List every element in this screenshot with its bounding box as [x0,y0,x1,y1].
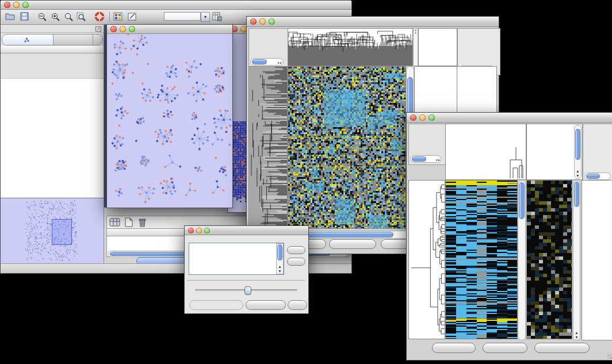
zoom-button[interactable] [204,228,210,233]
tv2-column-dendrogram[interactable] [445,124,526,180]
tv1-view-status: ◂ ▸ [248,28,290,68]
open-file-icon[interactable] [5,12,16,24]
tab-network[interactable] [2,35,53,45]
speed-slider[interactable] [195,289,297,291]
save-session-icon[interactable] [20,12,29,24]
tv1-row-dendrogram[interactable] [248,66,288,229]
birds-eye-view[interactable] [1,198,104,264]
move-down-button[interactable] [287,258,305,266]
treeview-window-2: ◂ ▸ ▲▼ ▲▼ [406,112,612,361]
tv1-column-dendrogram[interactable] [288,28,413,66]
tv2-row-labels [582,181,612,182]
desktop: ▼ [0,0,612,364]
attribute-list-vscrollbar[interactable]: ▲▼ [276,243,284,274]
birds-eye-viewport-rect[interactable] [52,219,72,245]
zoom-in-icon[interactable] [51,12,60,24]
close-button[interactable] [188,228,194,233]
network-table-header[interactable] [1,46,104,53]
new-page-icon[interactable] [124,217,133,229]
minimize-button[interactable] [419,114,426,121]
close-button[interactable] [110,26,117,32]
done-button[interactable] [288,300,307,310]
tv2-heatmap[interactable] [445,180,518,339]
tv2-view-status: ◂ ▸ [408,124,447,165]
tv2-save-data-button[interactable] [483,343,527,353]
tv2-column-labels-panel[interactable]: ▲▼ [526,124,583,180]
tv1-export-graphics-button[interactable] [329,239,376,249]
minimize-button[interactable] [120,26,126,32]
network-tree-empty-area[interactable] [1,78,104,197]
animation-speed-group [187,280,305,299]
tv2-global-heatmap[interactable] [526,180,572,339]
attribute-list [189,243,284,274]
annotation-icon[interactable] [128,12,137,24]
zoom-selected-region-icon[interactable] [76,12,86,24]
zoom-button[interactable] [129,26,135,32]
tv1-slim-scrollbar[interactable]: ▴▾ [413,28,418,66]
network-graph-canvas[interactable] [107,34,231,207]
tv1-heatmap[interactable] [288,66,406,229]
network-tab-icon [24,35,29,45]
tv2-row-dendrogram[interactable] [408,180,445,339]
tv2-usage-hints [583,124,612,182]
close-button[interactable] [250,18,257,25]
help-ring-icon[interactable] [94,12,105,24]
tv2-col-labels-vscrollbar[interactable]: ▲▼ [574,125,582,179]
network-view-window-1 [106,24,233,208]
tv2-global-vscrollbar[interactable]: ▲▼ [573,180,580,340]
tv2-export-graphics-button[interactable] [534,343,590,353]
tab-more-button[interactable] [93,35,102,45]
tv2-settings-button[interactable] [432,343,476,353]
import-table-icon[interactable] [212,12,222,24]
main-titlebar[interactable] [1,1,351,10]
control-panel [1,25,104,264]
close-button[interactable] [4,2,10,8]
move-up-button[interactable] [287,246,305,254]
zoom-button[interactable] [269,18,275,25]
resize-grip[interactable] [607,354,612,359]
zoom-fit-icon[interactable] [64,12,74,24]
minimize-button[interactable] [196,228,202,233]
minimize-button[interactable] [259,18,266,25]
float-panel-icon[interactable] [95,24,101,34]
map-colors-dialog: ▲▼ [184,225,309,314]
minimize-button[interactable] [13,2,20,8]
view-status-hscrollbar[interactable]: ◂ ▸ [410,155,441,163]
tv1-row-labels [457,67,496,69]
tv2-row-labels-panel[interactable] [582,180,612,340]
toolbar-separator [109,12,110,22]
zoom-button[interactable] [22,2,29,8]
tv1-column-labels-panel[interactable] [418,28,457,66]
zoom-out-icon[interactable] [37,12,47,24]
table-grid-icon[interactable] [109,217,121,229]
tv2-heatmap-vscrollbar[interactable] [518,180,526,340]
usage-hints-hscrollbar[interactable] [584,173,611,180]
attribute-listbox[interactable]: ▲▼ [189,243,284,275]
tab-vizmapper[interactable] [53,35,93,45]
animate-vizmap-button[interactable] [189,300,243,310]
trash-icon[interactable] [138,217,147,229]
search-input[interactable] [164,12,201,21]
slider-thumb[interactable] [244,286,251,295]
create-vizmap-button[interactable] [246,300,286,310]
zoom-button[interactable] [429,114,435,121]
close-button[interactable] [410,114,416,121]
search-dropdown-button[interactable]: ▼ [201,12,210,22]
view-status-hscrollbar[interactable]: ◂ ▸ [250,58,284,66]
map-node-attributes-icon[interactable] [113,12,123,24]
tv1-col-labels [419,29,457,67]
